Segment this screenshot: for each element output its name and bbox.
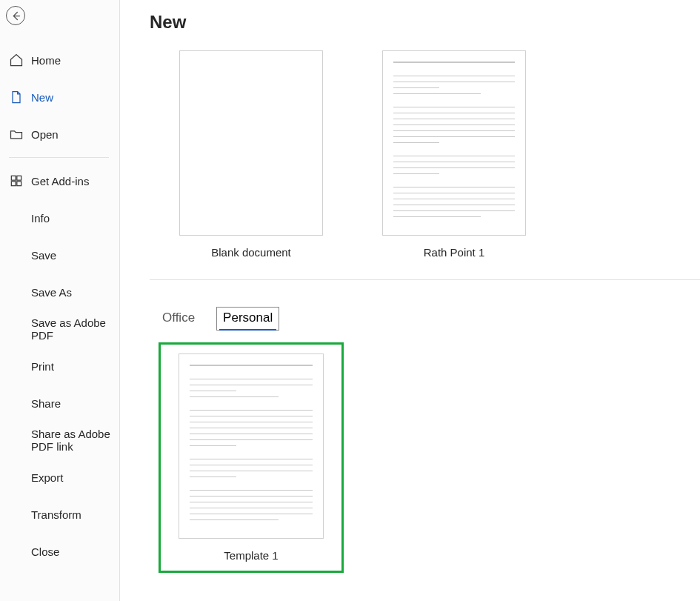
sidebar-item-save[interactable]: Save [0, 236, 119, 273]
sidebar-item-label: New [31, 91, 53, 104]
template-template-1[interactable]: Template 1 [159, 342, 344, 573]
sidebar-divider [9, 157, 109, 158]
sidebar-item-label: Home [31, 54, 61, 67]
sidebar-item-close[interactable]: Close [0, 533, 119, 570]
sidebar-item-label: Share [31, 397, 61, 410]
sidebar-item-addins[interactable]: Get Add-ins [0, 162, 119, 199]
file-icon [9, 90, 24, 104]
folder-icon [9, 127, 24, 142]
sidebar-item-saveadobepdf[interactable]: Save as Adobe PDF [0, 311, 119, 348]
grid-icon [9, 173, 24, 188]
sidebar-item-label: Save as Adobe PDF [31, 316, 119, 342]
sidebar-item-label: Transform [31, 508, 81, 521]
sidebar-primary-group: Home New Open [0, 30, 119, 153]
sidebar-item-shareadobepdf[interactable]: Share as Adobe PDF link [0, 422, 119, 459]
sidebar-item-home[interactable]: Home [0, 41, 119, 79]
sidebar-item-export[interactable]: Export [0, 459, 119, 496]
main-panel: New Blank document Rath Point 1 [120, 0, 700, 601]
sidebar-item-label: Print [31, 360, 54, 373]
svg-rect-3 [17, 182, 21, 186]
template-label: Rath Point 1 [382, 246, 526, 259]
sidebar-item-transform[interactable]: Transform [0, 496, 119, 533]
back-row [0, 0, 119, 30]
template-rath-point-1[interactable]: Rath Point 1 [382, 50, 526, 259]
home-icon [9, 53, 24, 67]
sidebar-item-new[interactable]: New [0, 79, 119, 116]
tab-office[interactable]: Office [156, 307, 201, 331]
svg-rect-1 [17, 176, 21, 180]
sidebar-item-share[interactable]: Share [0, 385, 119, 422]
sidebar-item-label: Save As [31, 286, 72, 299]
page-title: New [120, 12, 700, 33]
tab-personal[interactable]: Personal [216, 307, 279, 331]
tab-label: Personal [223, 311, 273, 325]
sidebar-item-label: Get Add-ins [31, 175, 89, 187]
back-button[interactable] [6, 6, 25, 25]
sidebar-item-print[interactable]: Print [0, 348, 119, 385]
featured-templates-row: Blank document Rath Point 1 [120, 50, 700, 279]
template-label: Template 1 [179, 549, 324, 562]
sidebar-item-label: Export [31, 471, 63, 484]
svg-rect-0 [11, 176, 16, 180]
svg-rect-2 [11, 182, 16, 186]
sidebar-item-label: Save [31, 249, 56, 262]
template-blank-document[interactable]: Blank document [179, 50, 323, 259]
sidebar-item-info[interactable]: Info [0, 199, 119, 236]
template-category-tabs: Office Personal [120, 280, 700, 331]
template-thumbnail-doc [382, 50, 526, 236]
sidebar-item-label: Open [31, 128, 59, 141]
arrow-left-icon [10, 10, 21, 21]
template-thumbnail-blank [179, 50, 323, 236]
tab-label: Office [162, 311, 195, 325]
backstage-sidebar: Home New Open Get Add-ins Info [0, 0, 120, 601]
sidebar-item-saveas[interactable]: Save As [0, 273, 119, 311]
sidebar-item-open[interactable]: Open [0, 116, 119, 153]
personal-templates-row: Template 1 [120, 331, 700, 573]
sidebar-secondary-group: Get Add-ins Info Save Save As Save as Ad… [0, 162, 119, 570]
sidebar-item-label: Share as Adobe PDF link [31, 428, 119, 453]
template-label: Blank document [179, 246, 323, 259]
sidebar-item-label: Close [31, 545, 59, 558]
sidebar-item-label: Info [31, 212, 50, 225]
template-thumbnail-doc [179, 353, 324, 539]
